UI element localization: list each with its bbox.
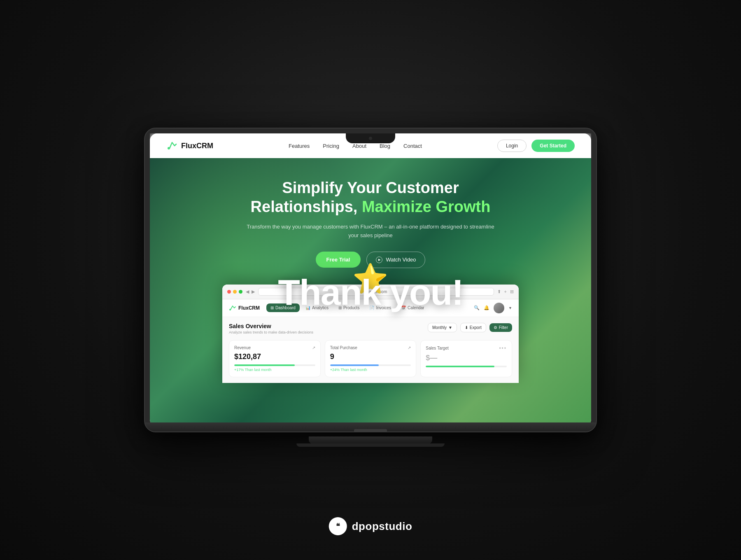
search-icon[interactable]: 🔍: [474, 305, 480, 310]
brand-logo: ❝: [329, 517, 347, 535]
sales-card-header: Sales Target •••: [426, 345, 507, 351]
user-avatar[interactable]: [494, 303, 504, 313]
purchase-arrow-icon: ↗: [408, 345, 411, 350]
brand-logo-symbol: ❝: [336, 522, 340, 531]
purchase-value: 9: [330, 352, 411, 361]
dash-nav-invoices[interactable]: 📄 Invoices: [365, 303, 395, 312]
revenue-arrow-icon: ↗: [312, 345, 315, 350]
svg-point-0: [168, 147, 170, 149]
laptop-body: FluxCRM Features Pricing About Blog Cont…: [144, 128, 597, 432]
watch-video-button[interactable]: ▶ Watch Video: [366, 252, 425, 268]
hero-section: Simplify Your Customer Relationships, Ma…: [150, 158, 591, 427]
address-bar[interactable]: fluxcrm.com: [258, 288, 494, 296]
dashboard-subtitle: Analyze sales trends to make data-driven…: [229, 330, 313, 334]
nav-blog[interactable]: Blog: [380, 143, 390, 149]
purchase-card-header: Total Purchase ↗: [330, 345, 411, 350]
browser-dots: [227, 290, 242, 294]
dash-nav-actions: 🔍 🔔 ▼: [474, 303, 512, 313]
laptop-hinge: [354, 429, 387, 432]
dash-logo-text: FluxCRM: [238, 305, 260, 311]
calendar-icon: 📅: [401, 306, 406, 310]
dashboard-header-row: Sales Overview Analyze sales trends to m…: [229, 323, 512, 334]
hero-buttons: Free Trial ▶ Watch Video: [243, 252, 498, 268]
logo-text: FluxCRM: [181, 142, 213, 150]
dash-nav-analytics[interactable]: 📊 Analytics: [301, 303, 333, 312]
revenue-bar-fill: [234, 364, 295, 366]
export-button[interactable]: ⬇ Export: [460, 323, 486, 332]
dashboard-icon: ⊞: [270, 306, 274, 310]
nav-actions: Login Get Started: [497, 140, 575, 152]
nav-contact[interactable]: Contact: [403, 143, 422, 149]
hero-title: Simplify Your Customer Relationships, Ma…: [243, 179, 498, 216]
hero-subtitle: Transform the way you manage customers w…: [243, 223, 498, 240]
laptop-frame: FluxCRM Features Pricing About Blog Cont…: [144, 128, 597, 432]
revenue-card-header: Revenue ↗: [234, 345, 315, 350]
browser-actions: ⬆ + ⊞: [497, 289, 514, 294]
nav-logo: FluxCRM: [166, 140, 213, 152]
logo-icon: [166, 140, 178, 152]
forward-icon[interactable]: ▶: [252, 289, 255, 294]
filter-button[interactable]: ⚙ Filter: [489, 323, 512, 332]
grid-icon: ⊞: [510, 289, 514, 294]
sales-bar-fill: [426, 366, 494, 367]
dashboard-preview: ◀ ▶ fluxcrm.com ⬆ + ⊞: [222, 285, 519, 383]
revenue-label: Revenue: [234, 345, 251, 350]
browser-controls: ◀ ▶: [246, 289, 255, 294]
dash-nav-items: ⊞ Dashboard 📊 Analytics ⊞ Products: [266, 303, 471, 312]
close-dot: [227, 290, 231, 294]
sales-value: $—: [426, 354, 507, 362]
filter-icon: ⚙: [494, 325, 497, 330]
dashboard-content: Sales Overview Analyze sales trends to m…: [222, 317, 519, 383]
laptop-base: [309, 436, 432, 444]
dash-logo: FluxCRM: [229, 304, 260, 312]
purchase-label: Total Purchase: [330, 345, 357, 350]
total-purchase-card: Total Purchase ↗ 9 +24% Than last month: [325, 340, 417, 377]
dashboard-nav: FluxCRM ⊞ Dashboard 📊 Analytics: [222, 299, 519, 317]
analytics-icon: 📊: [305, 306, 310, 310]
add-tab-icon: +: [504, 289, 507, 294]
nav-pricing[interactable]: Pricing: [323, 143, 339, 149]
brand-name: dpopstudio: [352, 520, 412, 533]
minimize-dot: [233, 290, 237, 294]
get-started-button[interactable]: Get Started: [531, 140, 575, 152]
sales-target-card: Sales Target ••• $—: [420, 340, 512, 377]
sales-label: Sales Target: [426, 346, 448, 350]
revenue-trend: +17% Than last month: [234, 368, 315, 372]
camera-notch: [346, 133, 395, 143]
monthly-button[interactable]: Monthly ▼: [428, 323, 457, 332]
sales-bar: [426, 366, 507, 367]
dash-nav-calendar[interactable]: 📅 Calendar: [397, 303, 429, 312]
revenue-bar: [234, 364, 315, 366]
products-icon: ⊞: [338, 306, 342, 310]
dashboard-title-block: Sales Overview Analyze sales trends to m…: [229, 323, 313, 334]
nav-links: Features Pricing About Blog Contact: [289, 143, 422, 149]
hero-title-line2: Relationships,: [251, 198, 358, 215]
purchase-trend: +24% Than last month: [330, 368, 411, 372]
revenue-value: $120,87: [234, 352, 315, 361]
hero-title-green: Maximize Growth: [362, 198, 491, 215]
purchase-bar: [330, 364, 411, 366]
chevron-down-icon-monthly: ▼: [448, 325, 452, 330]
dashboard-controls: Monthly ▼ ⬇ Export ⚙ Fil: [428, 323, 512, 332]
back-icon[interactable]: ◀: [246, 289, 249, 294]
dash-nav-products[interactable]: ⊞ Products: [334, 303, 364, 312]
dash-logo-icon: [229, 304, 236, 312]
browser-chrome: ◀ ▶ fluxcrm.com ⬆ + ⊞: [222, 285, 519, 299]
play-icon: ▶: [376, 257, 382, 263]
hero-title-line1: Simplify Your Customer: [282, 179, 459, 196]
chevron-down-icon[interactable]: ▼: [508, 306, 512, 310]
notification-icon[interactable]: 🔔: [484, 305, 489, 310]
nav-about[interactable]: About: [352, 143, 366, 149]
laptop-base-bottom: [296, 443, 445, 447]
dash-nav-dashboard[interactable]: ⊞ Dashboard: [266, 303, 300, 312]
maximize-dot: [239, 290, 242, 294]
free-trial-button[interactable]: Free Trial: [316, 252, 361, 268]
revenue-card: Revenue ↗ $120,87 +17% Than last month: [229, 340, 321, 377]
export-icon: ⬇: [465, 325, 468, 330]
camera-dot: [369, 137, 372, 140]
nav-features[interactable]: Features: [289, 143, 310, 149]
invoices-icon: 📄: [369, 306, 374, 310]
login-button[interactable]: Login: [497, 140, 527, 152]
more-icon: •••: [499, 345, 507, 351]
laptop-chin: [145, 422, 596, 432]
